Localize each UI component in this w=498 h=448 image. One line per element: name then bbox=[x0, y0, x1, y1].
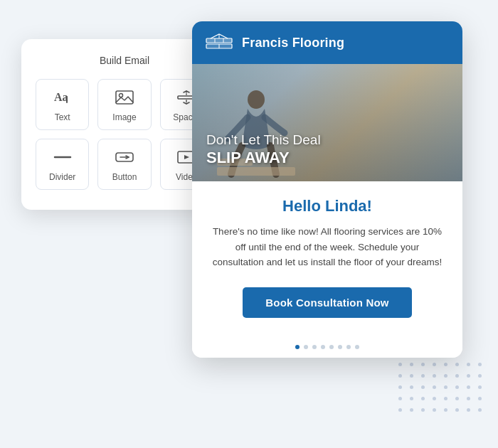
block-item-button[interactable]: Button bbox=[97, 139, 151, 190]
email-preview-card: Francis Flooring Don't Let This Deal SLI… bbox=[192, 21, 462, 358]
svg-rect-12 bbox=[206, 38, 232, 43]
block-item-divider[interactable]: Divider bbox=[36, 139, 89, 190]
page-dot-1[interactable] bbox=[295, 345, 300, 349]
svg-point-18 bbox=[248, 90, 265, 109]
page-dot-8[interactable] bbox=[355, 345, 359, 349]
pagination-dots bbox=[192, 338, 462, 358]
svg-marker-11 bbox=[184, 155, 189, 159]
page-dot-4[interactable] bbox=[321, 345, 325, 349]
hero-overlay-text: Don't Let This Deal SLIP AWAY bbox=[206, 132, 321, 167]
page-dot-2[interactable] bbox=[304, 345, 308, 349]
block-item-image[interactable]: Image bbox=[97, 79, 151, 130]
svg-point-3 bbox=[119, 94, 122, 97]
button-icon bbox=[115, 149, 134, 168]
page-dot-3[interactable] bbox=[312, 345, 317, 349]
page-dot-5[interactable] bbox=[329, 345, 334, 349]
email-hero: Don't Let This Deal SLIP AWAY bbox=[192, 64, 462, 181]
svg-rect-19 bbox=[217, 167, 295, 176]
scene: Build Email Aa Text bbox=[0, 0, 498, 448]
block-label-button: Button bbox=[112, 172, 137, 182]
block-label-text: Text bbox=[55, 112, 70, 122]
cta-button[interactable]: Book Consultation Now bbox=[243, 287, 411, 318]
text-icon: Aa bbox=[53, 90, 73, 108]
block-item-text[interactable]: Aa Text bbox=[36, 79, 89, 130]
block-label-image: Image bbox=[112, 112, 136, 122]
email-header: Francis Flooring bbox=[192, 21, 462, 64]
company-logo-icon bbox=[205, 31, 233, 54]
hero-line2: SLIP AWAY bbox=[206, 149, 321, 167]
build-email-title: Build Email bbox=[36, 55, 213, 66]
email-body-text: There's no time like now! All flooring s… bbox=[212, 224, 443, 270]
divider-icon bbox=[53, 149, 73, 168]
page-dot-6[interactable] bbox=[338, 345, 342, 349]
svg-text:Aa: Aa bbox=[54, 91, 68, 103]
page-dot-7[interactable] bbox=[346, 345, 351, 349]
image-icon bbox=[115, 90, 134, 108]
company-name: Francis Flooring bbox=[242, 36, 344, 50]
email-body: Hello Linda! There's no time like now! A… bbox=[192, 181, 462, 338]
block-grid: Aa Text Image bbox=[36, 79, 213, 190]
svg-rect-2 bbox=[116, 91, 133, 104]
block-label-divider: Divider bbox=[49, 172, 75, 182]
email-greeting: Hello Linda! bbox=[212, 197, 443, 215]
dot-grid-decoration bbox=[398, 363, 484, 420]
hero-line1: Don't Let This Deal bbox=[206, 132, 321, 149]
